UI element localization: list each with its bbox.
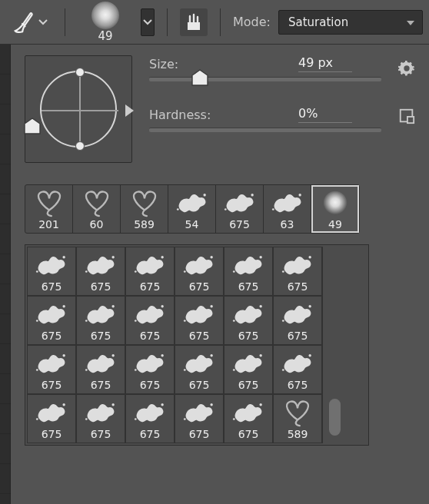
splatter-icon <box>271 190 304 216</box>
brush-label: 675 <box>238 330 259 342</box>
brush-preset-dropdown-button[interactable] <box>141 8 155 36</box>
brush-cell-18[interactable]: 675 <box>27 394 76 443</box>
brush-thumb <box>81 250 121 280</box>
hardness-label: Hardness: <box>149 108 288 122</box>
new-preset-button[interactable] <box>398 108 415 124</box>
brush-label: 675 <box>238 280 259 293</box>
mode-label: Mode: <box>233 15 271 29</box>
brush-label: 675 <box>140 379 161 391</box>
scrollbar-thumb[interactable] <box>329 399 341 436</box>
splatter-icon <box>281 252 314 278</box>
size-value-input[interactable]: 49 px <box>298 55 352 72</box>
brush-thumb <box>81 299 121 330</box>
brush-thumb <box>278 348 318 379</box>
brush-cell-17[interactable]: 675 <box>273 345 322 394</box>
hardness-slider-track[interactable] <box>149 128 381 132</box>
brush-cell-16[interactable]: 675 <box>224 345 273 394</box>
size-label: Size: <box>149 57 288 71</box>
brush-thumb <box>228 397 268 428</box>
brush-tool-button[interactable] <box>6 8 52 36</box>
brush-label: 675 <box>91 330 111 342</box>
brush-label: 675 <box>42 330 62 342</box>
angle-cross <box>42 110 118 111</box>
brush-cell-2[interactable]: 675 <box>125 247 175 296</box>
recent-brush-3[interactable]: 54 <box>168 185 216 233</box>
brush-thumb <box>32 250 72 280</box>
recent-brush-0[interactable]: 201 <box>25 185 73 233</box>
brush-cell-22[interactable]: 675 <box>224 394 273 443</box>
brush-thumb <box>318 187 352 218</box>
brush-thumb <box>80 187 114 218</box>
brush-cell-7[interactable]: 675 <box>76 296 125 345</box>
angle-arrow-icon[interactable] <box>125 104 134 117</box>
brush-cell-8[interactable]: 675 <box>125 296 175 345</box>
brush-cell-3[interactable]: 675 <box>175 247 224 296</box>
splatter-icon <box>84 252 118 278</box>
brush-cell-12[interactable]: 675 <box>27 345 76 394</box>
soft-round-icon <box>321 189 349 217</box>
brush-settings-panel-button[interactable] <box>180 8 208 36</box>
angle-handle[interactable] <box>75 68 85 77</box>
recent-brush-6[interactable]: 49 <box>311 185 359 233</box>
brush-cell-21[interactable]: 675 <box>175 394 224 443</box>
brush-cell-11[interactable]: 675 <box>273 296 322 345</box>
brush-label: 675 <box>42 428 62 440</box>
brush-size-preview[interactable]: 49 <box>78 1 133 44</box>
recent-brush-1[interactable]: 60 <box>73 185 121 233</box>
brush-thumb <box>223 187 257 218</box>
recent-brush-5[interactable]: 63 <box>264 185 311 233</box>
brush-cell-19[interactable]: 675 <box>76 394 125 443</box>
brush-angle-picker[interactable] <box>25 55 132 163</box>
tool-strip-cropped <box>0 45 11 504</box>
brush-thumb <box>278 299 318 330</box>
brush-thumb <box>228 348 268 379</box>
brush-label: 675 <box>189 330 210 342</box>
gear-icon <box>398 60 415 77</box>
brush-cell-1[interactable]: 675 <box>76 247 125 296</box>
brush-thumb <box>130 397 170 428</box>
brush-cell-0[interactable]: 675 <box>27 247 76 296</box>
brush-label: 201 <box>38 218 59 230</box>
brush-thumb <box>278 250 318 280</box>
splatter-icon <box>182 301 216 327</box>
recent-brushes-row: 20160589546756349 <box>25 184 360 234</box>
brush-cell-4[interactable]: 675 <box>224 247 273 296</box>
brush-cell-13[interactable]: 675 <box>76 345 125 394</box>
brush-thumb <box>271 187 304 218</box>
brush-label: 675 <box>42 379 62 391</box>
recent-brush-2[interactable]: 589 <box>121 185 168 233</box>
brush-label: 675 <box>229 218 250 230</box>
brush-label: 675 <box>140 330 161 342</box>
brush-label: 675 <box>189 428 210 440</box>
recent-brush-4[interactable]: 675 <box>216 185 264 233</box>
brush-grid: 6756756756756756756756756756756756756756… <box>27 247 322 443</box>
size-slider-thumb[interactable] <box>191 69 208 86</box>
hardness-value-input[interactable]: 0% <box>298 106 352 123</box>
brush-thumb <box>179 348 219 379</box>
splatter-icon <box>35 400 68 426</box>
brush-grid-scrollbar[interactable] <box>322 247 347 443</box>
brush-cell-20[interactable]: 675 <box>125 394 175 443</box>
brush-cell-23[interactable]: 589 <box>273 394 322 443</box>
heart-stroke-icon <box>283 398 312 427</box>
hardness-slider-thumb[interactable] <box>24 118 41 134</box>
size-slider-track[interactable] <box>149 77 381 81</box>
divider <box>65 8 65 36</box>
splatter-icon <box>182 350 216 376</box>
brush-cell-5[interactable]: 675 <box>273 247 322 296</box>
angle-handle[interactable] <box>75 141 85 151</box>
brush-cell-15[interactable]: 675 <box>175 345 224 394</box>
size-slider-group: Size: 49 px <box>149 55 381 81</box>
brush-label: 54 <box>185 218 199 230</box>
panel-menu-button[interactable] <box>398 60 415 77</box>
chevron-down-icon <box>38 18 48 27</box>
brush-label: 675 <box>288 379 308 391</box>
splatter-icon <box>133 400 167 426</box>
brush-cell-6[interactable]: 675 <box>27 296 76 345</box>
splatter-icon <box>223 190 257 216</box>
brush-cell-10[interactable]: 675 <box>224 296 273 345</box>
brush-cell-14[interactable]: 675 <box>125 345 175 394</box>
blend-mode-select[interactable]: Saturation <box>278 10 423 35</box>
brush-cell-9[interactable]: 675 <box>175 296 224 345</box>
brush-thumb <box>179 299 219 330</box>
